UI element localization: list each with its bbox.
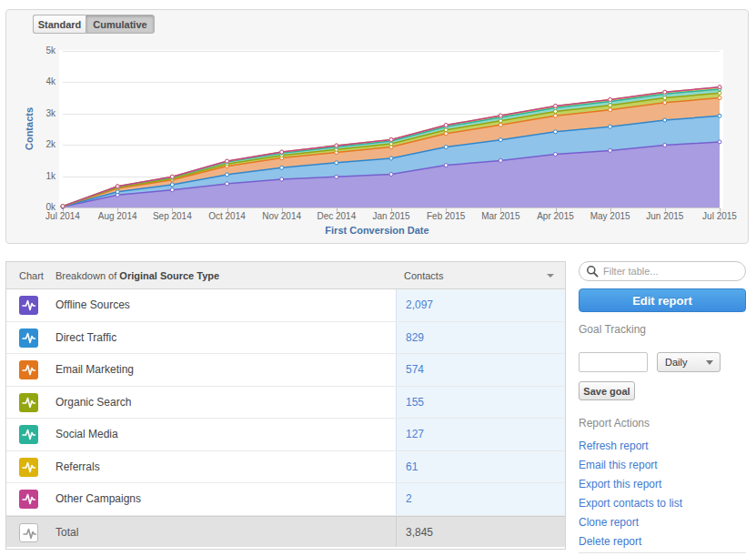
- chart-mode-toggle: Standard Cumulative: [33, 15, 155, 34]
- stacked-area-chart: [63, 51, 723, 215]
- contacts-cell: 2,097: [396, 289, 565, 321]
- contacts-value-link[interactable]: 2,097: [397, 289, 565, 320]
- header-breakdown-bold: Original Source Type: [119, 270, 219, 281]
- total-icon: [19, 523, 38, 542]
- goal-frequency-value: Daily: [665, 357, 687, 368]
- contacts-value-link[interactable]: 61: [397, 451, 565, 482]
- source-label: Organic Search: [55, 387, 131, 420]
- source-label: Offline Sources: [55, 289, 130, 322]
- report-actions-list: Refresh report Email this report Export …: [579, 440, 682, 554]
- report-page: Standard Cumulative Contacts 5k4k3k2k1k0…: [0, 0, 756, 556]
- delete-report-link[interactable]: Delete report: [579, 535, 682, 547]
- contacts-cell: 61: [396, 451, 565, 483]
- series-icon: [19, 360, 38, 379]
- x-tick-label: Dec 2014: [309, 211, 364, 221]
- contacts-value-link[interactable]: 2: [397, 483, 565, 514]
- goal-tracking-label: Goal Tracking: [579, 323, 646, 336]
- table-row: Organic Search 155: [6, 387, 565, 420]
- export-report-link[interactable]: Export this report: [579, 478, 682, 490]
- contacts-cell: 2: [396, 483, 565, 515]
- table-row: Social Media 127: [6, 419, 565, 451]
- chevron-down-icon: [706, 360, 713, 365]
- x-tick-label: Apr 2015: [529, 211, 583, 221]
- source-label: Social Media: [55, 419, 118, 451]
- source-label: Email Marketing: [55, 354, 134, 387]
- series-icon: [19, 490, 38, 509]
- table-row: Direct Traffic 829: [6, 322, 565, 355]
- series-icon: [19, 458, 38, 477]
- export-contacts-link[interactable]: Export contacts to list: [579, 497, 682, 509]
- x-tick-label: Nov 2014: [255, 211, 309, 221]
- x-tick-label: Jun 2015: [638, 211, 692, 221]
- report-sidebar: Edit report Goal Tracking Daily Save goa…: [579, 261, 746, 556]
- breakdown-table: Chart Breakdown of Original Source Type …: [5, 261, 566, 550]
- filter-table-input[interactable]: [579, 261, 746, 281]
- toggle-standard[interactable]: Standard: [33, 15, 86, 34]
- series-icon: [19, 425, 38, 444]
- header-breakdown-prefix: Breakdown of: [55, 270, 119, 281]
- header-breakdown: Breakdown of Original Source Type: [55, 270, 219, 281]
- y-tick-label: 4k: [34, 76, 55, 86]
- goal-value-input[interactable]: [579, 352, 648, 372]
- filter-table-wrap: [579, 261, 746, 281]
- x-tick-label: Feb 2015: [418, 211, 473, 221]
- table-row: Other Campaigns 2: [6, 483, 565, 516]
- edit-report-button[interactable]: Edit report: [579, 288, 746, 312]
- chart-panel: Standard Cumulative Contacts 5k4k3k2k1k0…: [5, 9, 749, 244]
- series-icon: [19, 393, 38, 412]
- header-contacts: Contacts: [404, 270, 443, 281]
- total-value: 3,845: [397, 517, 565, 548]
- x-tick-label: Jan 2015: [364, 211, 418, 221]
- total-label: Total: [55, 517, 78, 549]
- source-label: Direct Traffic: [55, 322, 116, 355]
- y-tick-label: 3k: [34, 108, 55, 118]
- x-tick-label: Oct 2014: [200, 211, 255, 221]
- toggle-cumulative[interactable]: Cumulative: [86, 15, 155, 34]
- x-axis-title: First Conversion Date: [6, 225, 748, 236]
- contacts-cell: 574: [396, 354, 565, 386]
- header-chart: Chart: [19, 270, 44, 281]
- table-total-row: Total 3,845: [6, 516, 565, 548]
- table-row: Email Marketing 574: [6, 354, 565, 387]
- search-icon: [586, 265, 599, 278]
- contacts-cell: 127: [396, 419, 565, 450]
- series-icon: [19, 329, 38, 348]
- sort-caret-icon[interactable]: [547, 274, 554, 278]
- contacts-value-link[interactable]: 127: [397, 419, 565, 450]
- sidebar-divider: [579, 552, 746, 553]
- y-tick-label: 2k: [34, 139, 55, 149]
- series-icon: [19, 296, 38, 315]
- goal-frequency-select[interactable]: Daily: [657, 352, 721, 372]
- contacts-value-link[interactable]: 155: [397, 387, 565, 418]
- contacts-value-link[interactable]: 574: [397, 354, 565, 385]
- y-axis-title: Contacts: [24, 93, 35, 166]
- y-tick-label: 1k: [34, 171, 55, 181]
- table-header: Chart Breakdown of Original Source Type …: [6, 262, 565, 289]
- x-tick-label: Mar 2015: [473, 211, 528, 221]
- email-report-link[interactable]: Email this report: [579, 459, 682, 470]
- x-tick-label: Sep 2014: [145, 211, 199, 221]
- table-row: Offline Sources 2,097: [6, 289, 565, 322]
- report-actions-label: Report Actions: [579, 417, 650, 430]
- save-goal-button[interactable]: Save goal: [579, 381, 635, 400]
- source-label: Referrals: [55, 451, 100, 484]
- x-tick-label: Aug 2014: [90, 211, 145, 221]
- clone-report-link[interactable]: Clone report: [579, 516, 682, 528]
- contacts-value-link[interactable]: 829: [397, 322, 565, 353]
- x-tick-label: May 2015: [583, 211, 638, 221]
- table-row: Referrals 61: [6, 451, 565, 484]
- x-tick-label: Jul 2015: [692, 211, 747, 221]
- contacts-cell: 155: [396, 387, 565, 419]
- refresh-report-link[interactable]: Refresh report: [579, 440, 682, 451]
- x-tick-label: Jul 2014: [35, 211, 90, 221]
- source-label: Other Campaigns: [55, 483, 141, 516]
- total-cell: 3,845: [396, 517, 565, 548]
- y-tick-label: 5k: [34, 45, 55, 56]
- contacts-cell: 829: [396, 322, 565, 354]
